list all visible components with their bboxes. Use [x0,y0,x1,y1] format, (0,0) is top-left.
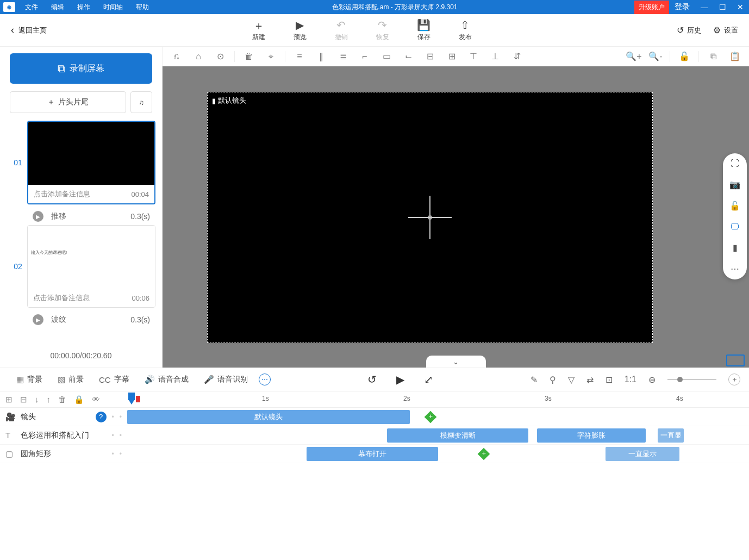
align-tool-icon[interactable]: ⎌ [167,49,186,64]
unlock-canvas-icon[interactable]: 🔓 [675,49,694,64]
align-b2-icon[interactable]: ⊥ [485,49,505,64]
zoom-in-icon[interactable]: 🔍+ [624,49,644,64]
more-icon[interactable]: ⋯ [731,264,739,274]
play-transition-icon[interactable]: ▶ [33,314,43,325]
scene-item[interactable]: 01点击添加备注信息00:04 [9,121,155,204]
titles-button[interactable]: ＋片头片尾 [10,91,126,113]
lock-icon[interactable]: 🔒 [74,395,84,405]
camera-icon[interactable]: 📷 [729,179,740,190]
back-home-button[interactable]: ‹ 返回主页 [0,24,58,36]
tab-语音识别[interactable]: 🎤语音识别 [196,375,255,384]
fullscreen-icon[interactable]: ⛶ [731,159,739,169]
add-clip-button[interactable] [478,448,490,461]
rewind-button[interactable]: ↺ [367,373,377,386]
arrow-down-icon[interactable]: ↓ [35,395,39,404]
clip[interactable]: 一直显示 [606,447,679,461]
music-button[interactable]: ♫ [130,91,152,113]
record-screen-button[interactable]: ⧉ 录制屏幕 [10,53,152,84]
phone-icon[interactable]: ▮ [733,242,738,253]
video-frame[interactable]: ▮默认镜头 [207,92,653,343]
clip[interactable]: 字符膨胀 [537,428,646,443]
align-top-icon[interactable]: ⌐ [355,49,374,64]
toolbar-新建-button[interactable]: ＋新建 [238,18,279,42]
toolbar-发布-button[interactable]: ⇧发布 [445,18,486,42]
track-body[interactable]: 模糊变清晰字符膨胀一直显 [127,426,749,444]
more-tool-icon[interactable]: ⊙ [210,49,230,64]
close-button[interactable]: ✕ [732,3,749,11]
expand-panel-button[interactable]: ⌄ [426,356,486,368]
play-transition-icon[interactable]: ▶ [33,211,43,222]
add-track-button[interactable]: ＋ [728,374,740,385]
toolbar-预览-button[interactable]: ▶预览 [279,18,321,42]
login-button[interactable]: 登录 [669,2,695,12]
home-icon[interactable]: ⌂ [189,49,208,64]
upgrade-button[interactable]: 升级账户 [634,1,669,14]
track-body[interactable]: 幕布打开一直显示 [127,445,749,463]
aspect-indicator[interactable] [726,354,745,366]
zoom-minus-icon[interactable]: ⊖ [648,375,656,385]
zoom-out-icon[interactable]: 🔍- [646,49,665,64]
focus-icon[interactable]: ⌖ [261,49,280,64]
history-button[interactable]: ↺历史 [677,25,701,35]
eye-icon[interactable]: 👁 [92,395,100,404]
more-tabs-button[interactable]: ⋯ [259,374,271,385]
fullscreen-play-button[interactable]: ⤢ [424,373,433,386]
tab-前景[interactable]: ▧前景 [50,375,91,384]
settings-button[interactable]: ⚙设置 [713,25,738,35]
menu-file[interactable]: 文件 [18,3,45,12]
scene-thumbnail[interactable] [28,122,154,185]
help-icon[interactable]: ? [96,412,107,422]
folder-add-icon[interactable]: ⊞ [5,395,13,405]
play-button[interactable]: ▶ [396,373,404,386]
transition-row[interactable]: ▶波纹0.3(s) [9,311,155,328]
align-t2-icon[interactable]: ⊤ [464,49,483,64]
menu-action[interactable]: 操作 [71,3,97,12]
clip[interactable]: 幕布打开 [307,447,438,461]
clip[interactable]: 默认镜头 [127,410,410,424]
folder-open-icon[interactable]: ⊟ [20,395,27,405]
toolbar-保存-button[interactable]: 💾保存 [403,18,445,42]
scene-thumbnail[interactable]: 输入今天的课程吧! [28,226,155,289]
distribute-v-icon[interactable]: ⊞ [442,49,461,64]
trash-icon[interactable]: 🗑 [239,49,259,64]
delete-icon[interactable]: 🗑 [58,395,66,404]
clip[interactable]: 模糊变清晰 [387,428,528,443]
marker-red[interactable] [136,396,140,402]
align-bottom-icon[interactable]: ⌙ [398,49,418,64]
menu-edit[interactable]: 编辑 [45,3,71,12]
display-icon[interactable]: 🖵 [731,222,739,232]
canvas-stage[interactable]: ▮默认镜头 ⌄ ⛶📷🔓🖵▮⋯ [163,66,749,368]
add-clip-button[interactable] [425,411,437,424]
marker-icon[interactable]: ⚲ [550,375,556,385]
align-left-icon[interactable]: ≡ [290,49,309,64]
maximize-button[interactable]: ☐ [714,3,732,11]
filter-icon[interactable]: ▽ [568,375,575,385]
scene-note[interactable]: 点击添加备注信息 [34,189,90,199]
unlock-icon[interactable]: 🔓 [729,201,740,211]
time-ruler[interactable]: 1s 2s 3s 4s [127,391,749,408]
tab-语音合成[interactable]: 🔊语音合成 [137,375,196,384]
scene-item[interactable]: 02输入今天的课程吧!点击添加备注信息00:06 [9,225,155,308]
scene-note[interactable]: 点击添加备注信息 [33,293,90,303]
paste-icon[interactable]: 📋 [725,49,745,64]
clip[interactable]: 一直显 [658,428,684,443]
distribute-h-icon[interactable]: ⊟ [420,49,440,64]
playhead[interactable] [128,393,135,400]
align-m2-icon[interactable]: ⇵ [507,49,527,64]
zoom-slider[interactable] [667,379,716,380]
tab-字幕[interactable]: CC字幕 [91,375,137,384]
tab-背景[interactable]: ▦背景 [9,375,50,384]
ratio-icon[interactable]: 1:1 [625,375,636,384]
settings2-icon[interactable]: ⇄ [586,375,594,385]
edit-icon[interactable]: ✎ [530,375,538,385]
transition-row[interactable]: ▶推移0.3(s) [9,208,155,225]
track-name[interactable]: 圆角矩形 [21,449,107,459]
menu-help[interactable]: 帮助 [129,3,155,12]
align-center-h-icon[interactable]: ‖ [311,49,331,64]
track-body[interactable]: 默认镜头 [127,408,749,426]
track-name[interactable]: 镜头 [21,412,90,422]
align-right-icon[interactable]: ≣ [333,49,353,64]
bracket-icon[interactable]: ⊡ [606,375,613,385]
menu-timeline[interactable]: 时间轴 [97,3,129,12]
arrow-up-icon[interactable]: ↑ [47,395,51,404]
